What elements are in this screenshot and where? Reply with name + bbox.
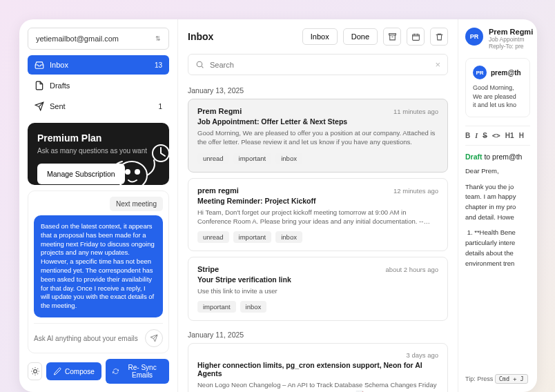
archive-button[interactable] bbox=[383, 28, 401, 46]
main-header: Inbox Inbox Done bbox=[178, 19, 458, 54]
sidebar-footer: Compose Re- Sync Emails bbox=[28, 359, 169, 384]
ai-input[interactable] bbox=[34, 335, 145, 342]
avatar: PR bbox=[473, 66, 487, 79]
tag-row: unreadimportantinbox bbox=[197, 153, 438, 164]
message-time: about 2 hours ago bbox=[385, 266, 438, 273]
send-icon bbox=[35, 101, 44, 111]
nav-count: 1 bbox=[158, 103, 162, 110]
compose-label: Compose bbox=[65, 368, 95, 375]
search-box[interactable]: × bbox=[188, 54, 448, 75]
filter-inbox-button[interactable]: Inbox bbox=[302, 28, 338, 45]
reader-body-line: Good Morning, bbox=[473, 84, 523, 92]
theme-toggle-button[interactable] bbox=[28, 362, 42, 380]
filter-done-button[interactable]: Done bbox=[343, 28, 378, 45]
search-icon bbox=[195, 60, 204, 69]
nav-sent[interactable]: Sent 1 bbox=[28, 97, 169, 116]
ai-send-button[interactable] bbox=[145, 329, 163, 347]
message-preview: Neon Logo Neon Changelog – An API to Tra… bbox=[197, 380, 438, 392]
italic-button[interactable]: I bbox=[475, 132, 478, 139]
message-tag: important bbox=[233, 153, 272, 164]
tag-row: unreadimportantinbox bbox=[197, 231, 438, 243]
reader-from-name: Prem Regmi bbox=[489, 28, 533, 36]
message-from: Stripe bbox=[197, 265, 219, 273]
svg-point-4 bbox=[33, 370, 37, 373]
draft-recipient: Draft to prem@th bbox=[465, 153, 530, 161]
message-tag: inbox bbox=[275, 231, 302, 243]
nav-inbox[interactable]: Inbox 13 bbox=[28, 55, 169, 75]
resync-label: Re- Sync Emails bbox=[122, 364, 162, 379]
reader-header: PR Prem Regmi Job Appointm Reply-To: pre bbox=[465, 28, 530, 50]
app-window: yetiemailbot@gmail.com ⇅ Inbox 13 Drafts… bbox=[19, 19, 537, 392]
editor-toolbar: B I S <> H1 H bbox=[465, 126, 530, 146]
keyboard-shortcut: Cmd + J bbox=[495, 374, 528, 384]
message-item[interactable]: 3 days agoHigher connection limits, pg_c… bbox=[188, 343, 448, 392]
message-list: January 13, 2025Prem Regmi11 minutes ago… bbox=[178, 82, 458, 392]
yeti-illustration bbox=[97, 141, 169, 185]
snooze-button[interactable] bbox=[407, 28, 425, 46]
search-input[interactable] bbox=[210, 61, 429, 69]
nav-drafts[interactable]: Drafts bbox=[28, 76, 169, 95]
ai-response-bubble: Based on the latest context, it appears … bbox=[34, 215, 163, 317]
date-heading: January 11, 2025 bbox=[188, 326, 448, 343]
message-subject: Job Appointment: Offer Letter & Next Ste… bbox=[197, 117, 438, 126]
h1-button[interactable]: H1 bbox=[505, 132, 514, 139]
date-heading: January 13, 2025 bbox=[188, 82, 448, 99]
reader-meta-subject: Job Appointm bbox=[489, 36, 533, 43]
reader-card-email: prem@th bbox=[491, 69, 521, 77]
code-button[interactable]: <> bbox=[492, 132, 500, 139]
clear-search-icon[interactable]: × bbox=[435, 59, 440, 70]
h2-button[interactable]: H bbox=[519, 132, 524, 139]
reader-pane: PR Prem Regmi Job Appointm Reply-To: pre… bbox=[458, 19, 537, 392]
message-preview: Good Morning, We are pleased to offer yo… bbox=[197, 128, 438, 147]
message-subject: Higher connection limits, pg_cron extens… bbox=[197, 361, 438, 378]
nav-label: Drafts bbox=[50, 81, 70, 90]
message-subject: Meeting Reminder: Project Kickoff bbox=[197, 197, 438, 205]
file-icon bbox=[35, 81, 44, 90]
trash-button[interactable] bbox=[430, 28, 448, 46]
svg-rect-5 bbox=[389, 33, 396, 35]
message-preview: Hi Team, Don't forget our project kickof… bbox=[197, 208, 438, 226]
account-selector[interactable]: yetiemailbot@gmail.com ⇅ bbox=[28, 28, 169, 50]
message-tag: inbox bbox=[240, 301, 267, 313]
message-tag: important bbox=[233, 231, 272, 243]
reader-meta-replyto: Reply-To: pre bbox=[489, 43, 533, 50]
ai-input-row bbox=[34, 323, 163, 347]
nav-label: Sent bbox=[50, 102, 66, 110]
message-from: Prem Regmi bbox=[197, 107, 242, 115]
message-tag: unread bbox=[197, 231, 229, 243]
message-time: 3 days ago bbox=[407, 351, 438, 359]
reader-message-card: PR prem@th Good Morning, We are pleased … bbox=[465, 58, 530, 117]
message-time: 12 minutes ago bbox=[393, 187, 438, 195]
account-email: yetiemailbot@gmail.com bbox=[36, 35, 119, 43]
nav-label: Inbox bbox=[50, 61, 68, 69]
avatar: PR bbox=[465, 28, 483, 46]
bold-button[interactable]: B bbox=[465, 132, 470, 139]
inbox-icon bbox=[35, 60, 44, 70]
ai-context-chip[interactable]: Next meeting bbox=[110, 197, 163, 211]
compose-button[interactable]: Compose bbox=[46, 362, 101, 380]
chevron-updown-icon: ⇅ bbox=[155, 35, 161, 42]
main-pane: Inbox Inbox Done × January 13, 2025Prem … bbox=[178, 19, 458, 392]
tip-hint: Tip: Press Cmd + J bbox=[465, 374, 530, 384]
premium-card: Premium Plan Ask as many questions as yo… bbox=[28, 123, 169, 185]
draft-label: Draft bbox=[465, 153, 483, 161]
sidebar: yetiemailbot@gmail.com ⇅ Inbox 13 Drafts… bbox=[19, 19, 178, 392]
tag-row: importantinbox bbox=[197, 301, 438, 313]
reader-body-line: We are pleased bbox=[473, 92, 523, 101]
message-item[interactable]: prem regmi12 minutes agoMeeting Reminder… bbox=[188, 178, 448, 252]
draft-body[interactable]: Dear Prem, Thank you the joteam. I am ha… bbox=[465, 166, 530, 274]
svg-point-7 bbox=[197, 61, 202, 67]
message-item[interactable]: Stripeabout 2 hours agoYour Stripe verif… bbox=[188, 257, 448, 321]
message-from: prem regmi bbox=[197, 186, 239, 195]
label-title: Inbox bbox=[188, 31, 213, 42]
message-item[interactable]: Prem Regmi11 minutes agoJob Appointment:… bbox=[188, 99, 448, 173]
svg-rect-6 bbox=[412, 34, 419, 40]
ai-assistant-panel: Next meeting Based on the latest context… bbox=[28, 190, 169, 353]
resync-button[interactable]: Re- Sync Emails bbox=[106, 359, 169, 384]
message-tag: inbox bbox=[275, 153, 302, 164]
nav-count: 13 bbox=[155, 61, 162, 69]
strike-button[interactable]: S bbox=[483, 132, 487, 139]
message-tag: unread bbox=[197, 153, 229, 164]
reader-body-line: it and let us kno bbox=[473, 101, 523, 110]
message-tag: important bbox=[197, 301, 236, 313]
